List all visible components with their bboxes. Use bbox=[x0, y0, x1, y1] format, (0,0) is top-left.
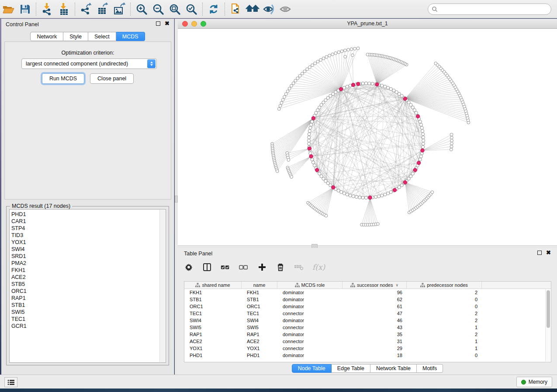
column-header-successor-nodes[interactable]: successor nodes∨ bbox=[343, 282, 407, 289]
tab-network-table[interactable]: Network Table bbox=[370, 364, 417, 373]
save-session-icon[interactable] bbox=[17, 1, 33, 17]
column-header-shared-name[interactable]: shared name bbox=[184, 282, 242, 289]
tab-mcds[interactable]: MCDS bbox=[116, 32, 145, 41]
zoom-fit-icon[interactable] bbox=[166, 1, 183, 17]
result-scrollbar[interactable] bbox=[159, 210, 165, 362]
table-cell: 0 bbox=[407, 296, 482, 303]
table-row[interactable]: RAP1RAP1dominator352 bbox=[184, 331, 551, 338]
import-network-icon[interactable] bbox=[39, 1, 55, 17]
network-home-icon[interactable] bbox=[244, 1, 261, 17]
table-row[interactable]: PHD1PHD1dominator180 bbox=[184, 352, 551, 359]
result-node-item[interactable]: RAP1 bbox=[11, 295, 166, 302]
table-cell: RAP1 bbox=[242, 331, 277, 338]
column-header-name[interactable]: name bbox=[242, 282, 277, 289]
table-cell: dominator bbox=[277, 317, 343, 324]
table-row[interactable]: SWI5SWI5connector431 bbox=[184, 324, 551, 331]
table-row[interactable]: YOX1YOX1connector291 bbox=[184, 345, 551, 352]
mcds-result-listbox[interactable]: PHD1CAR1STP4TID3YOX1SWI4SRD1PMA2FKH1ACE2… bbox=[9, 209, 166, 363]
memory-label: Memory bbox=[529, 379, 547, 385]
splitter-handle[interactable] bbox=[175, 196, 178, 203]
delete-column-icon[interactable] bbox=[276, 262, 285, 272]
toolbar-separator bbox=[75, 3, 75, 16]
result-node-item[interactable]: PHD1 bbox=[11, 211, 166, 218]
column-header-MCDS-role[interactable]: MCDS role bbox=[277, 282, 343, 289]
export-network-file-icon[interactable] bbox=[228, 1, 244, 17]
table-settings-icon[interactable] bbox=[184, 262, 194, 272]
result-node-item[interactable]: PMA2 bbox=[11, 260, 166, 267]
graph-nodes[interactable] bbox=[271, 47, 470, 226]
table-row[interactable]: ACE2ACE2connector311 bbox=[184, 338, 551, 345]
result-node-item[interactable]: SRD1 bbox=[11, 253, 166, 260]
result-node-item[interactable]: TID3 bbox=[11, 232, 166, 239]
result-node-item[interactable]: SWI5 bbox=[11, 309, 166, 316]
close-panel-icon[interactable]: ✖ bbox=[165, 21, 170, 26]
table-row[interactable]: STB1STB1dominator620 bbox=[184, 296, 551, 303]
tab-network[interactable]: Network bbox=[30, 32, 63, 41]
show-columns-icon[interactable] bbox=[202, 262, 212, 272]
open-session-icon[interactable] bbox=[0, 1, 17, 17]
network-graph[interactable] bbox=[178, 29, 557, 245]
zoom-in-icon[interactable] bbox=[133, 1, 150, 17]
tab-motifs[interactable]: Motifs bbox=[417, 364, 443, 373]
table-cell: dominator bbox=[277, 296, 343, 303]
result-node-item[interactable]: SWI4 bbox=[11, 246, 166, 253]
result-node-item[interactable]: GCR1 bbox=[11, 323, 166, 330]
run-mcds-button[interactable]: Run MCDS bbox=[42, 73, 84, 84]
result-node-item[interactable]: FKH1 bbox=[11, 267, 166, 274]
toolbar-separator bbox=[130, 3, 131, 16]
table-scrollbar[interactable] bbox=[545, 289, 550, 361]
result-node-item[interactable]: ACE2 bbox=[11, 274, 166, 281]
vertical-splitter[interactable] bbox=[175, 19, 178, 375]
result-node-item[interactable]: STP4 bbox=[11, 225, 166, 232]
export-network-icon[interactable] bbox=[78, 1, 94, 17]
zoom-selected-icon[interactable] bbox=[183, 1, 200, 17]
float-panel-icon[interactable] bbox=[156, 21, 160, 26]
zoom-out-icon[interactable] bbox=[150, 1, 166, 17]
table-row[interactable]: SWI4SWI4dominator462 bbox=[184, 317, 551, 324]
desktop-wallpaper bbox=[0, 389, 557, 392]
memory-button[interactable]: Memory bbox=[516, 377, 552, 387]
search-box[interactable] bbox=[428, 3, 551, 15]
result-node-item[interactable]: ORC1 bbox=[11, 288, 166, 295]
close-panel-icon[interactable]: ✖ bbox=[546, 251, 551, 255]
table-cell: dominator bbox=[277, 289, 343, 296]
close-panel-button[interactable]: Close panel bbox=[90, 73, 134, 84]
export-image-icon[interactable] bbox=[111, 1, 128, 17]
column-header-predecessor-nodes[interactable]: predecessor nodes bbox=[407, 282, 482, 289]
optimization-criterion-select[interactable]: largest connected component (undirected) bbox=[21, 58, 157, 69]
export-table-icon[interactable] bbox=[94, 1, 111, 17]
result-node-item[interactable]: STB5 bbox=[11, 281, 166, 288]
node-table[interactable]: shared namenameMCDS rolesuccessor nodes∨… bbox=[184, 281, 551, 362]
mcds-result-group: MCDS result (17 nodes) PHD1CAR1STP4TID3Y… bbox=[6, 203, 169, 365]
table-cell: STB1 bbox=[184, 296, 242, 303]
refresh-icon[interactable] bbox=[205, 1, 222, 17]
tab-node-table[interactable]: Node Table bbox=[292, 364, 332, 373]
show-graphics-details-icon[interactable] bbox=[277, 1, 294, 17]
mcds-tab-content: Optimization criterion: largest connecte… bbox=[4, 41, 171, 199]
table-panel: Table Panel ✖ bbox=[178, 248, 557, 375]
result-node-item[interactable]: TEC1 bbox=[11, 316, 166, 323]
float-panel-icon[interactable] bbox=[537, 251, 542, 255]
tab-style[interactable]: Style bbox=[63, 32, 88, 41]
result-node-item[interactable]: CAR1 bbox=[11, 218, 166, 225]
select-all-icon[interactable] bbox=[221, 262, 230, 272]
search-input[interactable] bbox=[438, 5, 551, 14]
import-table-icon[interactable] bbox=[55, 1, 72, 17]
table-row[interactable]: FKH1FKH1dominator962 bbox=[184, 289, 551, 296]
deselect-all-icon[interactable] bbox=[239, 262, 249, 272]
tab-select[interactable]: Select bbox=[88, 32, 116, 41]
main-toolbar bbox=[0, 0, 557, 18]
table-row[interactable]: TEC1TEC1connector472 bbox=[184, 310, 551, 317]
scrollbar-thumb[interactable] bbox=[547, 290, 550, 328]
table-row[interactable]: ORC1ORC1dominator610 bbox=[184, 303, 551, 310]
toolbar-separator bbox=[202, 3, 203, 16]
list-icon bbox=[7, 379, 14, 385]
add-column-icon[interactable] bbox=[257, 262, 267, 272]
network-canvas[interactable] bbox=[178, 29, 557, 245]
network-view-titlebar[interactable]: YPA_prune.txt_1 bbox=[178, 19, 557, 29]
result-node-item[interactable]: YOX1 bbox=[11, 239, 166, 246]
tab-edge-table[interactable]: Edge Table bbox=[332, 364, 370, 373]
hide-graphics-details-icon[interactable] bbox=[261, 1, 277, 17]
task-history-button[interactable] bbox=[4, 377, 17, 387]
result-node-item[interactable]: STB1 bbox=[11, 302, 166, 309]
